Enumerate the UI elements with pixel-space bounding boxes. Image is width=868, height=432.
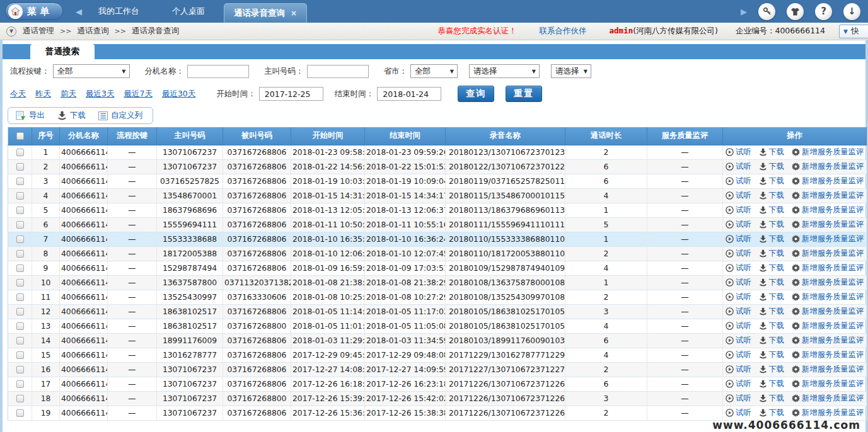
quick-last-3-days[interactable]: 最近3天 — [86, 89, 114, 98]
download-link[interactable]: 下载 — [759, 234, 785, 244]
export-button[interactable]: 导出 — [16, 110, 45, 121]
tab-personal-desktop[interactable]: 个人桌面 — [156, 6, 221, 17]
row-checkbox[interactable] — [16, 163, 24, 171]
listen-link[interactable]: 试听 — [726, 234, 751, 244]
listen-link[interactable]: 试听 — [726, 393, 751, 404]
download-link[interactable]: 下载 — [759, 335, 785, 346]
download-link[interactable]: 下载 — [759, 321, 785, 331]
listen-link[interactable]: 试听 — [726, 306, 751, 317]
quick-last-30-days[interactable]: 最近30天 — [162, 89, 195, 98]
add-quality-review-link[interactable]: 新增服务质量监评 — [792, 176, 864, 186]
add-quality-review-link[interactable]: 新增服务质量监评 — [792, 219, 864, 230]
add-quality-review-link[interactable]: 新增服务质量监评 — [792, 234, 864, 244]
select-all-checkbox[interactable] — [16, 132, 24, 140]
add-quality-review-link[interactable]: 新增服务质量监评 — [792, 292, 864, 302]
listen-link[interactable]: 试听 — [726, 263, 751, 273]
listen-link[interactable]: 试听 — [726, 176, 751, 186]
download-link[interactable]: 下载 — [759, 147, 785, 157]
download-link[interactable]: 下载 — [759, 263, 785, 273]
add-quality-review-link[interactable]: 新增服务质量监评 — [792, 364, 864, 375]
row-checkbox[interactable] — [16, 207, 24, 214]
row-checkbox[interactable] — [16, 380, 24, 388]
row-checkbox[interactable] — [16, 293, 24, 301]
download-link[interactable]: 下载 — [759, 219, 785, 230]
listen-link[interactable]: 试听 — [726, 321, 751, 331]
row-checkbox[interactable] — [16, 250, 24, 258]
close-tab-icon[interactable]: × — [291, 9, 297, 18]
download-link[interactable]: 下载 — [759, 306, 785, 317]
add-quality-review-link[interactable]: 新增服务质量监评 — [792, 147, 864, 157]
row-checkbox[interactable] — [16, 236, 24, 243]
tab-call-recording-query[interactable]: 通话录音查询 × — [224, 3, 307, 23]
row-checkbox[interactable] — [16, 351, 24, 359]
reset-button[interactable]: 重置 — [506, 86, 542, 102]
download-link[interactable]: 下载 — [759, 190, 785, 201]
add-quality-review-link[interactable]: 新增服务质量监评 — [792, 277, 864, 288]
tab-scroll-right-icon[interactable]: ▶ — [741, 7, 747, 16]
tab-normal-search[interactable]: 普通搜索 — [30, 44, 95, 59]
listen-link[interactable]: 试听 — [726, 219, 751, 230]
tab-scroll-left-icon[interactable]: ◀ — [76, 7, 82, 16]
download-link[interactable]: 下载 — [759, 378, 785, 389]
listen-link[interactable]: 试听 — [726, 248, 751, 259]
quick-today[interactable]: 今天 — [10, 89, 26, 98]
add-quality-review-link[interactable]: 新增服务质量监评 — [792, 263, 864, 273]
row-checkbox[interactable] — [16, 308, 24, 315]
end-date-input[interactable]: 2018-01-24 — [377, 87, 441, 101]
listen-link[interactable]: 试听 — [726, 350, 751, 360]
menu-button[interactable]: 菜单 — [5, 3, 63, 20]
quick-menu-dropdown[interactable]: ▼ 快 — [839, 25, 868, 38]
download-link[interactable]: 下载 — [759, 292, 785, 302]
row-checkbox[interactable] — [16, 409, 24, 417]
download-icon[interactable]: ↓ — [843, 3, 860, 20]
row-checkbox[interactable] — [16, 279, 24, 287]
listen-link[interactable]: 试听 — [726, 190, 751, 201]
download-link[interactable]: 下载 — [759, 161, 785, 172]
row-checkbox[interactable] — [16, 264, 24, 272]
listen-link[interactable]: 试听 — [726, 147, 751, 157]
breadcrumb-call-recording-query[interactable]: 通话录音查询 — [132, 26, 179, 37]
listen-link[interactable]: 试听 — [726, 277, 751, 288]
key-icon[interactable] — [758, 3, 775, 20]
add-quality-review-link[interactable]: 新增服务质量监评 — [792, 248, 864, 259]
city-select[interactable]: 请选择▼ — [469, 64, 540, 78]
flow-key-select[interactable]: 全部▼ — [53, 64, 130, 78]
breadcrumb-call-management[interactable]: 通话管理 — [23, 26, 54, 37]
download-link[interactable]: 下载 — [759, 350, 785, 360]
listen-link[interactable]: 试听 — [726, 364, 751, 375]
download-link[interactable]: 下载 — [759, 407, 785, 418]
quick-last-7-days[interactable]: 最近7天 — [124, 89, 152, 98]
download-link[interactable]: 下载 — [759, 277, 785, 288]
download-link[interactable]: 下载 — [759, 205, 785, 215]
add-quality-review-link[interactable]: 新增服务质量监评 — [792, 350, 864, 360]
add-quality-review-link[interactable]: 新增服务质量监评 — [792, 190, 864, 201]
add-quality-review-link[interactable]: 新增服务质量监评 — [792, 205, 864, 215]
row-checkbox[interactable] — [16, 366, 24, 373]
listen-link[interactable]: 试听 — [726, 205, 751, 215]
province-select[interactable]: 全部▼ — [410, 64, 458, 78]
add-quality-review-link[interactable]: 新增服务质量监评 — [792, 378, 864, 389]
tab-my-workbench[interactable]: 我的工作台 — [82, 6, 156, 17]
row-checkbox[interactable] — [16, 192, 24, 200]
download-link[interactable]: 下载 — [759, 176, 785, 186]
quick-day-before-yesterday[interactable]: 前天 — [61, 89, 76, 98]
listen-link[interactable]: 试听 — [726, 292, 751, 302]
add-quality-review-link[interactable]: 新增服务质量监评 — [792, 306, 864, 317]
listen-link[interactable]: 试听 — [726, 161, 751, 172]
theme-icon[interactable] — [787, 3, 804, 20]
row-checkbox[interactable] — [16, 178, 24, 185]
download-link[interactable]: 下载 — [759, 364, 785, 375]
add-quality-review-link[interactable]: 新增服务质量监评 — [792, 321, 864, 331]
listen-link[interactable]: 试听 — [726, 378, 751, 389]
breadcrumb-collapse-icon[interactable]: ▼ — [6, 26, 16, 37]
add-quality-review-link[interactable]: 新增服务质量监评 — [792, 407, 864, 418]
add-quality-review-link[interactable]: 新增服务质量监评 — [792, 393, 864, 404]
extension-name-input[interactable] — [187, 65, 249, 78]
listen-link[interactable]: 试听 — [726, 335, 751, 346]
district-select[interactable]: 请选择▼ — [551, 64, 591, 78]
partner-link[interactable]: 联系合作伙伴 — [540, 26, 587, 37]
help-icon[interactable]: ? — [815, 3, 832, 20]
quick-yesterday[interactable]: 昨天 — [35, 89, 51, 98]
add-quality-review-link[interactable]: 新增服务质量监评 — [792, 161, 864, 172]
row-checkbox[interactable] — [16, 395, 24, 402]
